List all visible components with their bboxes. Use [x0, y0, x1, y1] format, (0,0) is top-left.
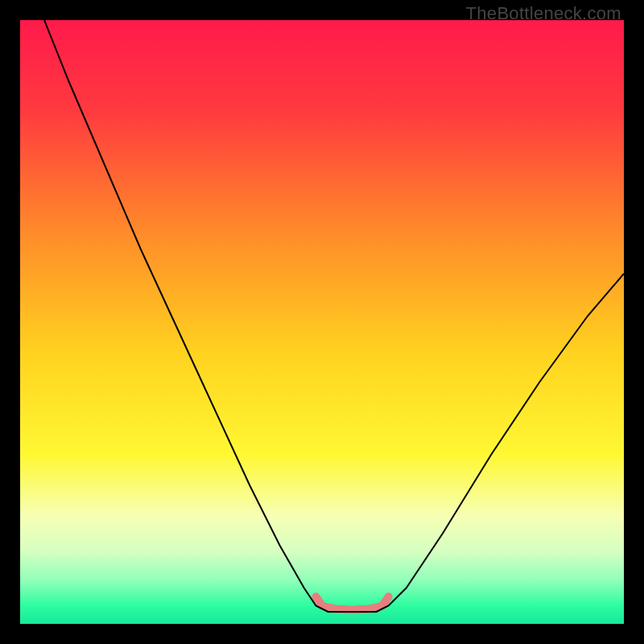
- bottleneck-curve-path: [44, 20, 624, 612]
- plot-area: [20, 20, 624, 624]
- optimal-band-path: [316, 597, 389, 610]
- chart-frame: TheBottleneck.com: [0, 0, 644, 644]
- watermark-text: TheBottleneck.com: [466, 3, 621, 24]
- curve-layer: [20, 20, 624, 624]
